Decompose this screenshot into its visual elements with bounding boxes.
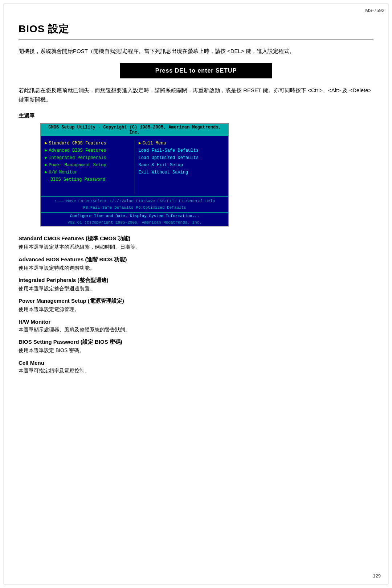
arrow-icon: ► xyxy=(45,155,47,160)
bios-screen: CMOS Setup Utility - Copyright (C) 1985-… xyxy=(40,123,229,226)
bios-menu-bios-password[interactable]: BIOS Setting Password xyxy=(45,176,131,183)
page-title: BIOS 設定 xyxy=(19,22,373,36)
feature-block-6: Cell Menu本選單可指定頻率及電壓控制。 xyxy=(19,360,373,375)
feature-desc-4: 本選單顯示處理器、風扇及整體系統的警告狀態。 xyxy=(19,326,373,334)
model-number: MS-7592 xyxy=(365,8,384,13)
bios-menu-standard-cmos[interactable]: ►Standard CMOS Features xyxy=(45,140,131,147)
arrow-icon: ► xyxy=(45,163,47,168)
feature-desc-3: 使用本選單設定電源管理。 xyxy=(19,305,373,313)
followup-text: 若此訊息在您反應前就已消失，而您還想要進入設定時，請將系統關閉，再重新啟動，或是… xyxy=(19,86,373,105)
arrow-icon: ► xyxy=(45,170,47,175)
feature-block-5: BIOS Setting Password (設定 BIOS 密碼)使用本選單設… xyxy=(19,339,373,354)
main-menu-heading: 主選單 xyxy=(19,113,373,119)
bios-footer-line2: F8:Fail-Safe Defaults F6:Optimized Defau… xyxy=(43,205,226,211)
intro-text: 開機後，系統就會開始POST（開機自我測試)程序。當下列訊息出現在螢幕上時，請按… xyxy=(19,46,373,56)
bios-menu-exit-without-saving[interactable]: Exit Without Saving xyxy=(139,169,225,176)
page-number: 129 xyxy=(373,573,381,579)
press-del-box: Press DEL to enter SETUP xyxy=(120,63,272,78)
arrow-icon: ► xyxy=(139,141,141,146)
bios-menu-cell-menu[interactable]: ►Cell Menu xyxy=(139,140,225,147)
feature-title-5: BIOS Setting Password (設定 BIOS 密碼) xyxy=(19,339,373,346)
feature-block-3: Power Management Setup (電源管理設定)使用本選單設定電源… xyxy=(19,298,373,313)
bios-menu-hw-monitor[interactable]: ►H/W Monitor xyxy=(45,169,131,176)
feature-block-0: Standard CMOS Features (標準 CMOS 功能)使用本選單… xyxy=(19,235,373,251)
bios-menu-save-exit[interactable]: Save & Exit Setup xyxy=(139,162,225,169)
title-divider xyxy=(19,40,373,40)
feature-title-4: H/W Monitor xyxy=(19,319,373,325)
feature-title-0: Standard CMOS Features (標準 CMOS 功能) xyxy=(19,235,373,242)
feature-title-1: Advanced BIOS Features (進階 BIOS 功能) xyxy=(19,256,373,263)
bios-copyright: v02.61 (C)Copyright 1985-2006, American … xyxy=(41,219,228,226)
bios-menu-load-optimized[interactable]: Load Optimized Defaults xyxy=(139,154,225,162)
bios-footer-line1: ↑↓→←:Move Enter:Select +/-/:Value F10:Sa… xyxy=(43,198,226,205)
feature-desc-0: 使用本選單設定基本的系統組態，例如時間、日期等。 xyxy=(19,243,373,251)
bios-menu-load-failsafe[interactable]: Load Fail-Safe Defaults xyxy=(139,147,225,154)
feature-title-3: Power Management Setup (電源管理設定) xyxy=(19,298,373,305)
arrow-icon: ► xyxy=(45,148,47,153)
bios-screen-wrapper: CMOS Setup Utility - Copyright (C) 1985-… xyxy=(40,123,373,226)
feature-block-1: Advanced BIOS Features (進階 BIOS 功能)使用本選單… xyxy=(19,256,373,272)
bios-menu-power-management[interactable]: ►Power Management Setup xyxy=(45,162,131,169)
bios-footer: ↑↓→←:Move Enter:Select +/-/:Value F10:Sa… xyxy=(41,196,228,212)
feature-desc-2: 使用本選單設定整合型週邊裝置。 xyxy=(19,285,373,293)
feature-title-2: Integrated Peripherals (整合型週邊) xyxy=(19,277,373,284)
bios-title-bar: CMOS Setup Utility - Copyright (C) 1985-… xyxy=(41,124,228,136)
feature-desc-1: 使用本選單設定特殊的進階功能。 xyxy=(19,264,373,272)
feature-desc-5: 使用本選單設定 BIOS 密碼。 xyxy=(19,346,373,354)
feature-block-4: H/W Monitor本選單顯示處理器、風扇及整體系統的警告狀態。 xyxy=(19,319,373,334)
bios-content: ►Standard CMOS Features ►Advanced BIOS F… xyxy=(41,136,228,196)
feature-desc-6: 本選單可指定頻率及電壓控制。 xyxy=(19,367,373,375)
bios-menu-integrated-peripherals[interactable]: ►Integrated Peripherals xyxy=(45,154,131,162)
feature-block-2: Integrated Peripherals (整合型週邊)使用本選單設定整合型… xyxy=(19,277,373,293)
bios-menu-advanced-bios[interactable]: ►Advanced BIOS Features xyxy=(45,147,131,154)
features-container: Standard CMOS Features (標準 CMOS 功能)使用本選單… xyxy=(19,235,373,375)
arrow-icon: ► xyxy=(45,141,47,146)
bios-status-bar: Configure Time and Date. Display System … xyxy=(41,212,228,219)
bios-right-menu: ►Cell Menu Load Fail-Safe Defaults Load … xyxy=(135,140,225,194)
bios-left-menu: ►Standard CMOS Features ►Advanced BIOS F… xyxy=(45,140,135,194)
feature-title-6: Cell Menu xyxy=(19,360,373,366)
